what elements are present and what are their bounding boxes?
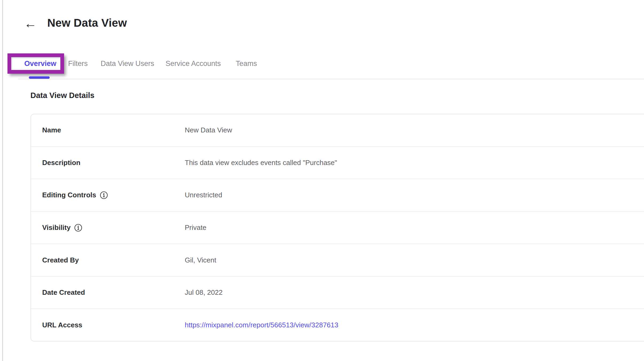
- detail-row-created-by: Created By Gil, Vicent: [31, 244, 644, 276]
- arrow-left-icon: ←: [24, 17, 37, 30]
- detail-row-description: Description This data view excludes even…: [31, 146, 644, 179]
- info-icon[interactable]: [100, 191, 108, 199]
- detail-row-visibility: Visibility Private: [31, 211, 644, 244]
- page-title: New Data View: [47, 17, 127, 29]
- info-icon[interactable]: [74, 224, 82, 232]
- url-access-link[interactable]: https://mixpanel.com/report/566513/view/…: [185, 321, 338, 329]
- detail-row-name: Name New Data View: [31, 114, 644, 146]
- row-label: Created By: [42, 256, 185, 264]
- row-value: Gil, Vicent: [185, 256, 216, 264]
- row-label-text: Name: [42, 126, 61, 134]
- data-view-details-card: Name New Data View Description This data…: [30, 114, 644, 342]
- row-label: Editing Controls: [42, 191, 185, 199]
- row-label-text: Editing Controls: [42, 191, 96, 199]
- tab-overview[interactable]: Overview: [24, 60, 56, 68]
- row-label-text: Description: [42, 159, 80, 167]
- page: ← New Data View Overview Filters Data Vi…: [0, 0, 644, 361]
- tab-service-accounts[interactable]: Service Accounts: [166, 60, 221, 68]
- detail-row-date-created: Date Created Jul 08, 2022: [31, 276, 644, 309]
- row-label-text: Date Created: [42, 288, 85, 297]
- row-label: Name: [42, 126, 185, 134]
- row-label: Description: [42, 159, 185, 167]
- detail-row-editing-controls: Editing Controls Unrestricted: [31, 179, 644, 211]
- tab-data-view-users[interactable]: Data View Users: [101, 60, 154, 68]
- row-value: New Data View: [185, 126, 232, 134]
- row-value: This data view excludes events called "P…: [185, 159, 337, 167]
- tab-teams[interactable]: Teams: [236, 60, 257, 68]
- back-button[interactable]: ←: [22, 15, 38, 32]
- row-label-text: Visibility: [42, 223, 70, 232]
- row-label-text: URL Access: [42, 321, 82, 329]
- active-tab-indicator: [29, 76, 50, 79]
- row-label: Visibility: [42, 223, 185, 232]
- row-label: Date Created: [42, 288, 185, 297]
- row-value: Jul 08, 2022: [185, 288, 223, 297]
- tabs-divider: [18, 79, 644, 79]
- row-value: Unrestricted: [185, 191, 222, 199]
- detail-row-url-access: URL Access https://mixpanel.com/report/5…: [31, 308, 644, 341]
- page-edge-divider: [2, 0, 3, 361]
- row-value: Private: [185, 223, 206, 232]
- section-heading: Data View Details: [30, 91, 95, 100]
- tab-filters[interactable]: Filters: [68, 60, 88, 68]
- row-label-text: Created By: [42, 256, 79, 264]
- row-label: URL Access: [42, 321, 185, 329]
